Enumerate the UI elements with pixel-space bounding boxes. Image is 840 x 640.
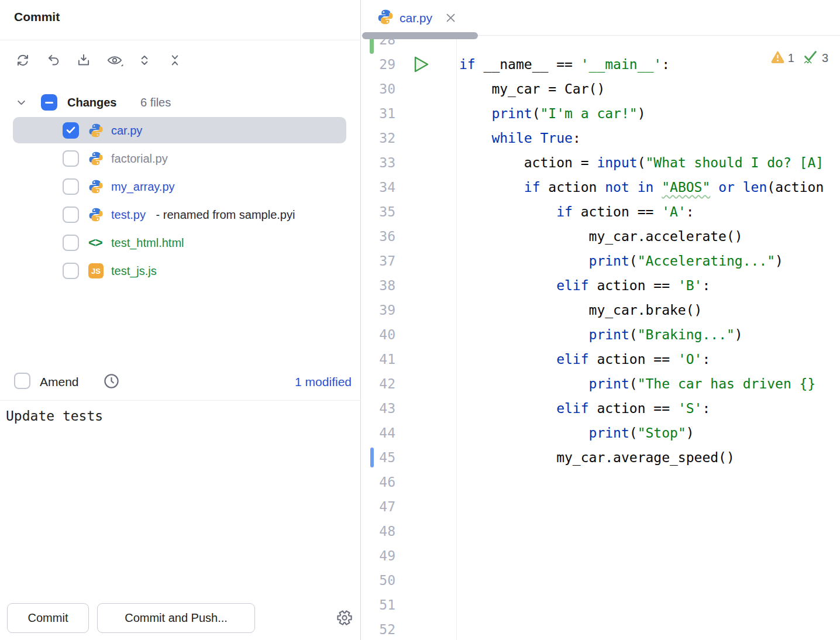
run-button[interactable]: [413, 56, 429, 73]
diff-preview-button[interactable]: [106, 53, 122, 68]
line-number[interactable]: 29: [362, 52, 395, 77]
file-row[interactable]: JStest_js.js: [0, 257, 361, 285]
line-number[interactable]: 35: [362, 199, 395, 224]
file-row[interactable]: <>test_html.html: [0, 229, 361, 257]
file-checkbox[interactable]: [63, 150, 79, 167]
line-number[interactable]: 44: [362, 421, 395, 445]
code-line[interactable]: while True:: [459, 126, 824, 150]
inspections-widget[interactable]: 1 3: [771, 49, 833, 67]
commit-button[interactable]: Commit: [7, 603, 89, 633]
code-line[interactable]: my_car.accelerate(): [459, 224, 824, 249]
line-number[interactable]: 52: [362, 617, 395, 640]
code-line[interactable]: [459, 36, 824, 52]
rollback-icon: [46, 53, 61, 68]
shelve-icon: [76, 53, 91, 68]
line-number[interactable]: 34: [362, 175, 395, 199]
file-checkbox[interactable]: [63, 235, 79, 251]
commit-message-input[interactable]: Update tests: [6, 407, 351, 425]
refresh-button[interactable]: [15, 53, 30, 68]
code-line[interactable]: [459, 519, 824, 543]
file-checkbox[interactable]: [63, 122, 79, 139]
code-line[interactable]: action = input("What should I do? [A]: [459, 150, 824, 175]
line-number[interactable]: 36: [362, 224, 395, 249]
file-checkbox[interactable]: [63, 207, 79, 223]
code-line[interactable]: my_car = Car(): [459, 77, 824, 101]
commit-history-button[interactable]: [102, 372, 121, 390]
line-number[interactable]: 49: [362, 543, 395, 568]
collapse-all-button[interactable]: [167, 53, 183, 68]
file-row[interactable]: car.py: [0, 116, 361, 144]
message-divider: [0, 400, 361, 401]
chevron-down-icon[interactable]: [16, 98, 26, 110]
line-number[interactable]: 42: [362, 371, 395, 396]
html-icon: <>: [88, 235, 102, 250]
shelve-button[interactable]: [76, 53, 91, 68]
file-name: car.py: [111, 116, 142, 144]
code-line[interactable]: [459, 568, 824, 593]
code-line[interactable]: if __name__ == '__main__':: [459, 52, 824, 77]
code-line[interactable]: if action not in "ABOS" or len(action: [459, 175, 824, 199]
line-number[interactable]: 50: [362, 568, 395, 593]
line-number[interactable]: 41: [362, 347, 395, 371]
code-line[interactable]: my_car.brake(): [459, 298, 824, 322]
file-name: my_array.py: [111, 173, 175, 201]
code-line[interactable]: print("The car has driven {}: [459, 371, 824, 396]
rollback-button[interactable]: [46, 53, 61, 68]
line-number[interactable]: 45: [362, 445, 395, 470]
code-line[interactable]: [459, 617, 824, 640]
file-checkbox[interactable]: [63, 263, 79, 279]
line-number[interactable]: 33: [362, 150, 395, 175]
line-number[interactable]: 51: [362, 593, 395, 617]
line-number[interactable]: 46: [362, 470, 395, 494]
amend-checkbox[interactable]: [14, 373, 30, 389]
line-number[interactable]: 39: [362, 298, 395, 322]
gutter-line-numbers: 2829303132333435363738394041424344454647…: [362, 36, 395, 640]
line-number[interactable]: 31: [362, 101, 395, 126]
code-line[interactable]: elif action == 'O':: [459, 347, 824, 371]
line-number[interactable]: 30: [362, 77, 395, 101]
code-line[interactable]: [459, 543, 824, 568]
code-line[interactable]: print("I'm a car!"): [459, 101, 824, 126]
warning-count: 1: [788, 51, 794, 65]
file-name: factorial.py: [111, 144, 168, 173]
line-number[interactable]: 43: [362, 396, 395, 421]
code-line[interactable]: print("Accelerating..."): [459, 249, 824, 273]
line-number[interactable]: 48: [362, 519, 395, 543]
file-row[interactable]: my_array.py: [0, 173, 361, 201]
expand-all-button[interactable]: [137, 53, 152, 68]
code-line[interactable]: if action == 'A':: [459, 199, 824, 224]
code-line[interactable]: [459, 593, 824, 617]
file-checkbox[interactable]: [63, 178, 79, 195]
collapse-all-icon: [167, 53, 183, 68]
code-line[interactable]: print("Stop"): [459, 421, 824, 445]
code-line[interactable]: my_car.average_speed(): [459, 445, 824, 470]
amend-label: Amend: [40, 373, 79, 391]
commit-options-button[interactable]: [336, 610, 353, 626]
python-icon: [88, 151, 104, 166]
code-line[interactable]: elif action == 'S':: [459, 396, 824, 421]
code-line[interactable]: print("Braking..."): [459, 322, 824, 347]
horizontal-scrollbar-thumb[interactable]: [362, 32, 478, 39]
code-line[interactable]: elif action == 'B':: [459, 273, 824, 298]
inspections-ok-icon: [803, 49, 818, 67]
line-number[interactable]: 40: [362, 322, 395, 347]
changes-group-row[interactable]: Changes 6 files: [0, 89, 361, 116]
tab-close-icon[interactable]: [445, 12, 456, 23]
line-number[interactable]: 32: [362, 126, 395, 150]
tab-car-py[interactable]: car.py: [362, 0, 456, 36]
tab-title: car.py: [400, 11, 432, 25]
line-number[interactable]: 47: [362, 494, 395, 519]
changes-checkbox-indeterminate[interactable]: [41, 94, 57, 111]
file-row[interactable]: factorial.py: [0, 144, 361, 173]
js-icon: JS: [88, 263, 104, 278]
changes-count: 6 files: [140, 89, 171, 116]
code-line[interactable]: [459, 494, 824, 519]
line-number[interactable]: 38: [362, 273, 395, 298]
file-row[interactable]: test.py - renamed from sample.pyi: [0, 201, 361, 229]
code-line[interactable]: [459, 470, 824, 494]
commit-and-push-button[interactable]: Commit and Push...: [97, 603, 255, 633]
code-lines[interactable]: if __name__ == '__main__': my_car = Car(…: [459, 36, 824, 640]
eye-icon: [106, 53, 122, 68]
modified-count-link[interactable]: 1 modified: [295, 373, 352, 391]
line-number[interactable]: 37: [362, 249, 395, 273]
